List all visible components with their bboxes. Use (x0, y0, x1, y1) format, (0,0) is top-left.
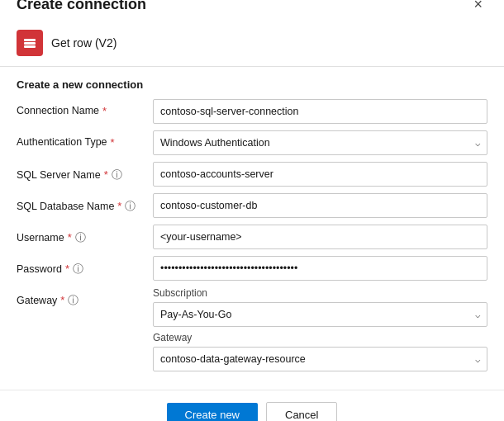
sql-server-info-icon[interactable]: ⓘ (112, 168, 122, 182)
username-row: Username * ⓘ (17, 225, 487, 249)
username-input[interactable] (153, 225, 487, 249)
subscription-sublabel: Subscription (153, 287, 487, 299)
close-button[interactable]: × (468, 0, 487, 15)
gateway-group: Subscription Pay-As-You-Go ⌵ Gateway con… (153, 287, 487, 375)
sql-server-label: SQL Server Name * ⓘ (17, 162, 145, 182)
auth-type-select-wrapper: Windows Authentication SQL Server Authen… (153, 130, 487, 155)
sql-db-label: SQL Database Name * ⓘ (17, 193, 145, 214)
password-info-icon[interactable]: ⓘ (73, 262, 83, 277)
sql-db-row: SQL Database Name * ⓘ (17, 193, 487, 218)
create-new-button[interactable]: Create new (167, 403, 258, 422)
sql-db-info-icon[interactable]: ⓘ (125, 199, 136, 214)
required-star-pass: * (65, 263, 69, 275)
sql-icon (21, 35, 38, 51)
gateway-label: Gateway * ⓘ (17, 287, 145, 308)
form-body: Connection Name * Authentication Type * … (0, 99, 504, 390)
gateway-sublabel: Gateway (153, 332, 487, 343)
svg-rect-1 (24, 42, 36, 45)
subscription-select[interactable]: Pay-As-You-Go (153, 302, 487, 327)
gateway-resource-select-wrapper: contoso-data-gateway-resource ⌵ (153, 347, 487, 371)
svg-rect-2 (24, 45, 36, 48)
connector-row: Get row (V2) (0, 23, 504, 67)
username-label: Username * ⓘ (17, 225, 145, 245)
auth-type-select[interactable]: Windows Authentication SQL Server Authen… (153, 130, 487, 155)
connection-name-input[interactable] (153, 99, 487, 124)
auth-type-row: Authentication Type * Windows Authentica… (17, 130, 487, 155)
gateway-info-icon[interactable]: ⓘ (68, 293, 78, 308)
gateway-resource-select[interactable]: contoso-data-gateway-resource (153, 347, 487, 371)
connector-label: Get row (V2) (51, 36, 116, 50)
dialog-footer: Create new Cancel (0, 390, 504, 422)
gateway-row: Gateway * ⓘ Subscription Pay-As-You-Go ⌵… (17, 287, 487, 375)
dialog-title: Create connection (17, 0, 146, 13)
section-title: Create a new connection (0, 67, 504, 99)
password-row: Password * ⓘ (17, 256, 487, 281)
required-star-auth: * (111, 136, 115, 149)
sql-db-input[interactable] (153, 193, 487, 218)
required-star-sql: * (104, 168, 108, 181)
create-connection-dialog: Create connection × Get row (V2) Create … (0, 0, 504, 421)
required-star: * (102, 105, 107, 117)
sql-server-input[interactable] (153, 162, 487, 187)
connector-icon (17, 30, 43, 56)
auth-type-label: Authentication Type * (17, 130, 145, 149)
username-info-icon[interactable]: ⓘ (75, 230, 86, 245)
required-star-user: * (68, 231, 72, 244)
required-star-gw: * (60, 294, 64, 306)
cancel-button[interactable]: Cancel (266, 402, 337, 422)
sql-server-row: SQL Server Name * ⓘ (17, 162, 487, 187)
subscription-select-wrapper: Pay-As-You-Go ⌵ (153, 302, 487, 327)
dialog-header: Create connection × (0, 0, 504, 23)
required-star-db: * (117, 200, 121, 212)
connection-name-row: Connection Name * (17, 99, 487, 124)
svg-rect-0 (24, 39, 36, 41)
connection-name-label: Connection Name * (17, 99, 145, 117)
password-label: Password * ⓘ (17, 256, 145, 277)
password-input[interactable] (153, 256, 487, 281)
